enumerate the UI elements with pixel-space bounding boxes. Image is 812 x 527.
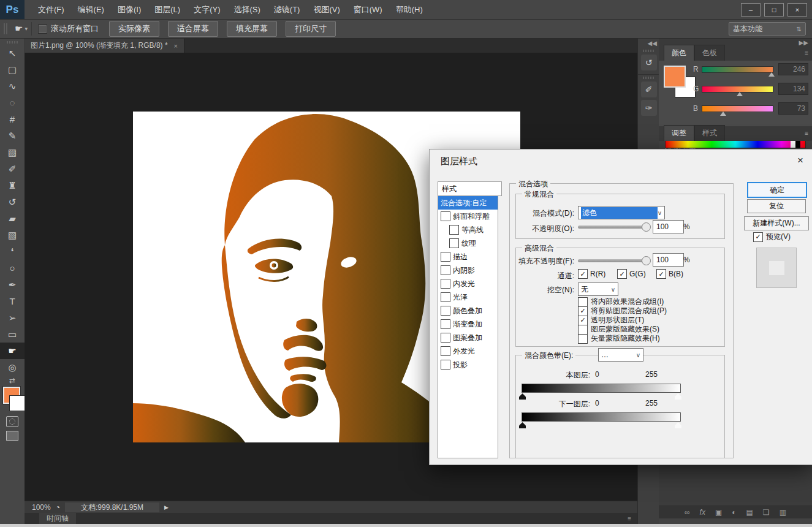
blue-slider[interactable] [702, 105, 773, 112]
panel-foreground-swatch[interactable] [664, 66, 686, 88]
link-layers-icon[interactable]: ∞ [685, 508, 690, 517]
menu-image[interactable]: 图像(I) [112, 2, 147, 18]
channel-b-option[interactable]: ✓ B(B) [656, 269, 683, 279]
style-checkbox[interactable] [441, 319, 450, 329]
underlying-layer-ramp[interactable] [522, 412, 681, 422]
zoom-level[interactable]: 100% [32, 503, 51, 512]
close-button[interactable]: × [787, 3, 807, 17]
style-item-inner-glow[interactable]: 内发光 [438, 277, 498, 290]
this-layer-ramp[interactable] [522, 384, 681, 393]
menu-help[interactable]: 帮助(H) [390, 2, 429, 18]
delete-layer-icon[interactable]: ▥ [780, 508, 786, 517]
timeline-menu-icon[interactable]: ≡ [628, 515, 631, 522]
expand-panels-icon[interactable]: ◀◀ [638, 39, 659, 48]
preview-option[interactable]: ✓ 预览(V) [753, 232, 791, 241]
tab-swatches[interactable]: 色板 [694, 45, 725, 61]
actual-pixels-button[interactable]: 实际像素 [109, 21, 159, 37]
opacity-input[interactable]: 100 [653, 220, 684, 233]
blend-mode-dropdown[interactable]: 滤色 ∨ [578, 206, 665, 219]
pen-tool[interactable]: ✒ [0, 276, 25, 293]
dodge-tool[interactable]: ○ [0, 260, 25, 276]
style-item-satin[interactable]: 光泽 [438, 290, 498, 304]
clone-stamp-tool[interactable]: ♜ [0, 177, 25, 194]
style-checkbox[interactable] [441, 346, 450, 356]
style-item-contour[interactable]: 等高线 [438, 223, 498, 237]
channel-r-option[interactable]: ✓ R(R) [578, 269, 605, 279]
menu-filter[interactable]: 滤镜(T) [268, 2, 306, 18]
lasso-tool[interactable]: ∿ [0, 78, 25, 94]
channel-g-option[interactable]: ✓ G(G) [617, 269, 646, 279]
channel-g-checkbox[interactable]: ✓ [617, 269, 627, 279]
layer-group-icon[interactable]: ▤ [746, 508, 753, 517]
menu-type[interactable]: 文字(Y) [188, 2, 226, 18]
brush-tool[interactable]: ✐ [0, 161, 25, 177]
swap-colors-button[interactable]: ⇄ [0, 376, 25, 385]
channel-r-checkbox[interactable]: ✓ [578, 269, 588, 279]
fill-opacity-input[interactable]: 100 [653, 253, 684, 267]
style-item-drop-shadow[interactable]: 投影 [438, 358, 498, 371]
menu-file[interactable]: 文件(F) [32, 2, 70, 18]
tool-presets-panel-button[interactable]: ✑ [641, 100, 657, 116]
style-item-color-overlay[interactable]: 颜色叠加 [438, 304, 498, 317]
current-tool-preset[interactable]: ☛ ▾ [11, 22, 32, 36]
history-brush-tool[interactable]: ↺ [0, 194, 25, 210]
channel-b-checkbox[interactable]: ✓ [656, 269, 666, 279]
path-selection-tool[interactable]: ➢ [0, 309, 25, 326]
style-checkbox[interactable] [449, 225, 459, 235]
collapse-dock-icon[interactable]: ▶▶ [799, 39, 808, 46]
menu-select[interactable]: 选择(S) [227, 2, 266, 18]
menu-edit[interactable]: 编辑(E) [72, 2, 110, 18]
blur-tool[interactable]: ❛ [0, 243, 25, 260]
new-style-button[interactable]: 新建样式(W)... [744, 216, 809, 230]
quick-mask-button[interactable] [6, 416, 18, 427]
style-item-outer-glow[interactable]: 外发光 [438, 344, 498, 358]
blue-value[interactable]: 73 [778, 102, 808, 115]
style-checkbox[interactable] [441, 265, 450, 275]
status-options-arrow-icon[interactable]: ▶ [164, 504, 169, 510]
workspace-selector[interactable]: 基本功能 ⇅ [729, 22, 806, 36]
blend-if-dropdown[interactable]: … ∨ [598, 348, 643, 362]
hand-tool[interactable]: ☛ [0, 343, 25, 359]
blend-clipped-option[interactable]: ✓ 将剪贴图层混合成组(P) [578, 306, 667, 316]
knockout-dropdown[interactable]: 无 ∨ [578, 282, 618, 296]
print-size-button[interactable]: 打印尺寸 [286, 21, 336, 37]
adjustment-layer-icon[interactable]: ◐ [732, 508, 736, 517]
blend-clipped-checkbox[interactable]: ✓ [578, 306, 588, 316]
style-item-bevel-emboss[interactable]: 斜面和浮雕 [438, 210, 498, 223]
fill-opacity-slider-thumb[interactable] [642, 256, 651, 265]
tool-preset-caret-icon[interactable]: ▾ [25, 26, 28, 32]
background-color-swatch[interactable] [9, 395, 25, 411]
green-value[interactable]: 134 [778, 83, 808, 95]
style-item-stroke[interactable]: 描边 [438, 250, 498, 264]
style-item-pattern-overlay[interactable]: 图案叠加 [438, 331, 498, 344]
style-item-blending-options[interactable]: 混合选项:自定 [438, 196, 498, 210]
history-panel-button[interactable]: ↺ [641, 55, 657, 70]
move-tool[interactable]: ↖ [0, 45, 25, 61]
red-slider-thumb[interactable] [768, 72, 775, 77]
preview-checkbox[interactable]: ✓ [753, 232, 763, 242]
style-checkbox[interactable] [441, 292, 450, 302]
color-panel-menu-icon[interactable]: ≡ [805, 50, 808, 56]
vector-mask-hides-checkbox[interactable] [578, 334, 588, 344]
transparency-shapes-checkbox[interactable]: ✓ [578, 316, 588, 325]
layer-style-icon[interactable]: fx [700, 508, 705, 517]
spot-healing-tool[interactable]: ▨ [0, 144, 25, 161]
vector-mask-hides-option[interactable]: 矢量蒙版隐藏效果(H) [578, 334, 660, 343]
gradient-tool[interactable]: ▧ [0, 227, 25, 243]
tab-styles[interactable]: 样式 [694, 125, 725, 141]
fill-screen-button[interactable]: 填充屏幕 [227, 21, 277, 37]
scroll-all-windows-checkbox[interactable] [38, 25, 47, 34]
dialog-close-icon[interactable]: × [797, 154, 803, 167]
maximize-button[interactable]: □ [764, 3, 784, 17]
green-slider-thumb[interactable] [737, 92, 743, 96]
fit-screen-button[interactable]: 适合屏幕 [168, 21, 218, 37]
layer-mask-icon[interactable]: ▣ [715, 508, 722, 517]
marquee-tool[interactable]: ▢ [0, 61, 25, 78]
timeline-tab[interactable]: 时间轴 [39, 513, 76, 524]
style-checkbox[interactable] [441, 252, 450, 262]
transparency-shapes-option[interactable]: ✓ 透明形状图层(T) [578, 316, 644, 325]
crop-tool[interactable]: # [0, 111, 25, 127]
brush-panel-button[interactable]: ✐ [641, 82, 657, 97]
reset-button[interactable]: 复位 [747, 199, 806, 213]
eraser-tool[interactable]: ▰ [0, 210, 25, 227]
